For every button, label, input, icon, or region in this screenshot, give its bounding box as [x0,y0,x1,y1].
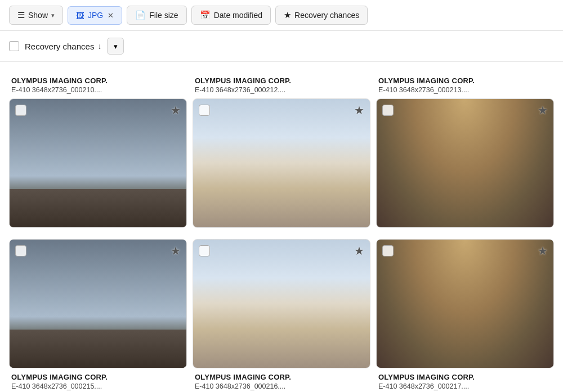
image-card-4[interactable]: ★ [9,239,187,368]
date-modified-button[interactable]: 📅 Date modified [191,6,271,25]
show-label: Show [28,11,48,20]
filesize-label: File size [149,11,178,20]
item-checkbox-6[interactable] [382,245,394,256]
sort-dropdown-button[interactable]: ▾ [107,38,124,55]
item-meta-1: OLYMPUS IMAGING CORP. E-410 3648x2736_00… [9,73,187,98]
image-card-3[interactable]: ★ [376,98,554,228]
item-meta-3: OLYMPUS IMAGING CORP. E-410 3648x2736_00… [376,73,554,98]
grid-item-5: ★ OLYMPUS IMAGING CORP. E-410 3648x2736_… [193,233,370,392]
item-title-1: OLYMPUS IMAGING CORP. [11,76,185,85]
item-title-5: OLYMPUS IMAGING CORP. [195,373,368,381]
item-title-4: OLYMPUS IMAGING CORP. [11,373,185,381]
item-star-5[interactable]: ★ [354,244,364,258]
item-subtitle-5: E-410 3648x2736_000216.... [195,382,368,390]
file-icon: 📄 [135,10,146,20]
chevron-down-icon: ▾ [51,12,55,19]
grid-item-6: ★ OLYMPUS IMAGING CORP. E-410 3648x2736_… [376,233,554,392]
item-star-1[interactable]: ★ [171,103,181,117]
grid-item-3: OLYMPUS IMAGING CORP. E-410 3648x2736_00… [376,67,554,233]
item-checkbox-3[interactable] [382,105,394,116]
item-checkbox-1[interactable] [15,105,26,116]
item-title-6: OLYMPUS IMAGING CORP. [378,373,552,381]
item-meta-5: OLYMPUS IMAGING CORP. E-410 3648x2736_00… [193,368,370,391]
grid-item-4: ★ OLYMPUS IMAGING CORP. E-410 3648x2736_… [9,233,187,392]
filesize-button[interactable]: 📄 File size [127,6,186,25]
item-title-3: OLYMPUS IMAGING CORP. [378,76,552,85]
star-icon: ★ [284,10,291,20]
item-star-4[interactable]: ★ [171,244,181,258]
item-meta-4: OLYMPUS IMAGING CORP. E-410 3648x2736_00… [9,368,187,391]
item-meta-6: OLYMPUS IMAGING CORP. E-410 3648x2736_00… [376,368,554,391]
close-icon[interactable]: ✕ [108,11,114,20]
sort-bar: Recovery chances ↓ ▾ [0,31,563,62]
file-grid: OLYMPUS IMAGING CORP. E-410 3648x2736_00… [0,62,563,392]
item-meta-2: OLYMPUS IMAGING CORP. E-410 3648x2736_00… [193,73,370,98]
item-checkbox-5[interactable] [199,245,210,256]
grid-item-1: OLYMPUS IMAGING CORP. E-410 3648x2736_00… [9,67,187,233]
jpg-label: JPG [88,11,103,20]
show-button[interactable]: ☰ Show ▾ [9,6,63,25]
date-modified-label: Date modified [214,11,262,20]
calendar-icon: 📅 [200,10,211,20]
chevron-down-icon: ▾ [114,42,118,51]
jpg-filter-button[interactable]: 🖼 JPG ✕ [68,6,122,25]
recovery-chances-button[interactable]: ★ Recovery chances [275,6,368,25]
image-icon: 🖼 [76,11,84,20]
item-star-3[interactable]: ★ [538,103,548,117]
sliders-icon: ☰ [17,10,25,20]
item-star-2[interactable]: ★ [354,103,364,117]
toolbar: ☰ Show ▾ 🖼 JPG ✕ 📄 File size 📅 Date modi… [0,0,563,31]
sort-by-text: Recovery chances [25,42,94,51]
image-card-6[interactable]: ★ [376,239,554,368]
item-subtitle-4: E-410 3648x2736_000215.... [11,382,185,390]
sort-label[interactable]: Recovery chances ↓ [25,42,101,51]
item-checkbox-2[interactable] [199,105,210,116]
image-card-2[interactable]: ★ [193,98,370,228]
recovery-chances-label: Recovery chances [294,11,359,20]
image-card-1[interactable]: ★ [9,98,187,228]
sort-direction-icon: ↓ [97,42,101,51]
item-subtitle-6: E-410 3648x2736_000217.... [378,382,552,390]
item-subtitle-2: E-410 3648x2736_000212.... [195,86,368,94]
item-star-6[interactable]: ★ [538,244,548,258]
grid-item-2: OLYMPUS IMAGING CORP. E-410 3648x2736_00… [193,67,370,233]
item-title-2: OLYMPUS IMAGING CORP. [195,76,368,85]
item-subtitle-1: E-410 3648x2736_000210.... [11,86,185,94]
image-card-5[interactable]: ★ [193,239,370,368]
select-all-checkbox[interactable] [9,41,19,51]
item-checkbox-4[interactable] [15,245,26,256]
item-subtitle-3: E-410 3648x2736_000213.... [378,86,552,94]
